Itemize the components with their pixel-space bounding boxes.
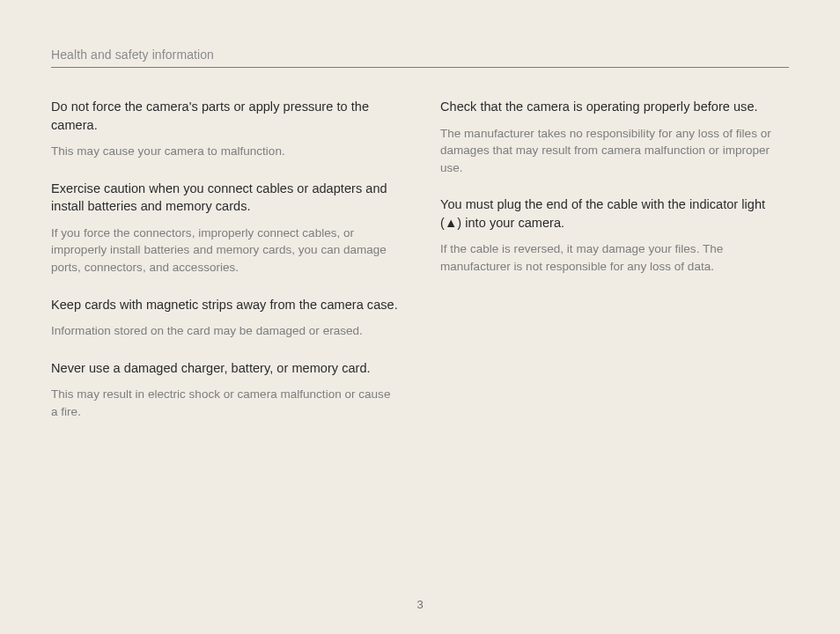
section-block: Exercise caution when you connect cables… [51, 180, 400, 276]
section-heading: Do not force the camera's parts or apply… [51, 98, 400, 134]
section-heading: Never use a damaged charger, battery, or… [51, 359, 400, 378]
section-heading: Check that the camera is operating prope… [440, 98, 789, 116]
section-block: Do not force the camera's parts or apply… [51, 98, 400, 160]
section-body: The manufacturer takes no responsibility… [440, 125, 789, 177]
section-block: Keep cards with magnetic strips away fro… [51, 296, 400, 340]
left-column: Do not force the camera's parts or apply… [51, 98, 400, 439]
section-body: Information stored on the card may be da… [51, 322, 400, 340]
section-heading: Exercise caution when you connect cables… [51, 180, 400, 216]
running-head: Health and safety information [51, 48, 789, 68]
section-block: You must plug the end of the cable with … [440, 195, 789, 275]
content-columns: Do not force the camera's parts or apply… [51, 98, 789, 439]
section-heading: Keep cards with magnetic strips away fro… [51, 296, 400, 314]
page: Health and safety information Do not for… [0, 0, 840, 634]
section-body: This may cause your camera to malfunctio… [51, 143, 400, 160]
section-body: This may result in electric shock or cam… [51, 386, 400, 420]
right-column: Check that the camera is operating prope… [440, 98, 789, 439]
section-block: Check that the camera is operating prope… [440, 98, 789, 176]
section-block: Never use a damaged charger, battery, or… [51, 359, 400, 421]
section-body: If the cable is reversed, it may damage … [440, 240, 789, 275]
page-number: 3 [0, 598, 840, 611]
section-body: If you force the connectors, improperly … [51, 225, 400, 276]
section-heading: You must plug the end of the cable with … [440, 195, 789, 232]
